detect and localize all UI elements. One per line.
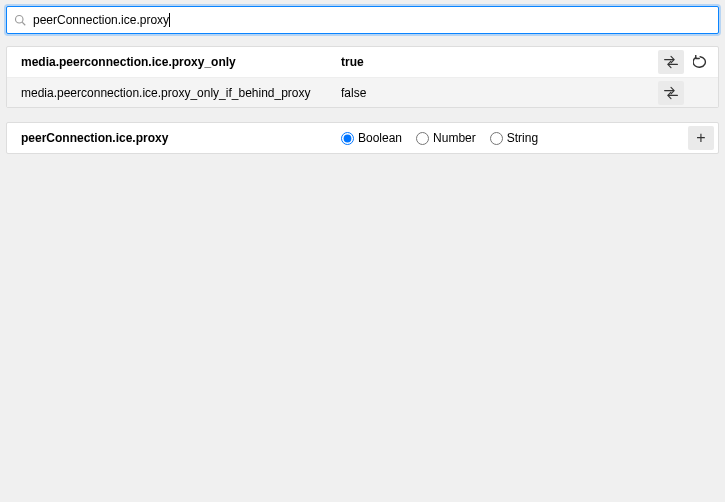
reset-icon (693, 55, 709, 69)
new-pref-name: peerConnection.ice.proxy (21, 131, 341, 145)
reset-button[interactable] (688, 50, 714, 74)
type-radio[interactable] (416, 132, 429, 145)
toggle-icon (663, 86, 679, 100)
pref-name: media.peerconnection.ice.proxy_only_if_b… (21, 86, 341, 100)
pref-actions (658, 50, 714, 74)
type-radio-group: BooleanNumberString (341, 131, 688, 145)
search-input[interactable] (6, 6, 719, 34)
pref-row[interactable]: media.peerconnection.ice.proxy_onlytrue (7, 47, 718, 77)
add-button[interactable]: + (688, 126, 714, 150)
preferences-list: media.peerconnection.ice.proxy_onlytruem… (6, 46, 719, 108)
pref-row[interactable]: media.peerconnection.ice.proxy_only_if_b… (7, 77, 718, 107)
type-option-number[interactable]: Number (416, 131, 476, 145)
about-config-page: media.peerconnection.ice.proxy_onlytruem… (0, 0, 725, 502)
type-label: Boolean (358, 131, 402, 145)
type-option-boolean[interactable]: Boolean (341, 131, 402, 145)
type-radio[interactable] (341, 132, 354, 145)
type-option-string[interactable]: String (490, 131, 538, 145)
pref-value: false (341, 86, 658, 100)
add-pref-bar: peerConnection.ice.proxy BooleanNumberSt… (6, 122, 719, 154)
type-label: String (507, 131, 538, 145)
toggle-icon (663, 55, 679, 69)
pref-actions (658, 81, 714, 105)
pref-name: media.peerconnection.ice.proxy_only (21, 55, 341, 69)
type-radio[interactable] (490, 132, 503, 145)
pref-value: true (341, 55, 658, 69)
type-label: Number (433, 131, 476, 145)
toggle-button[interactable] (658, 50, 684, 74)
toggle-button[interactable] (658, 81, 684, 105)
search-bar (6, 6, 719, 34)
